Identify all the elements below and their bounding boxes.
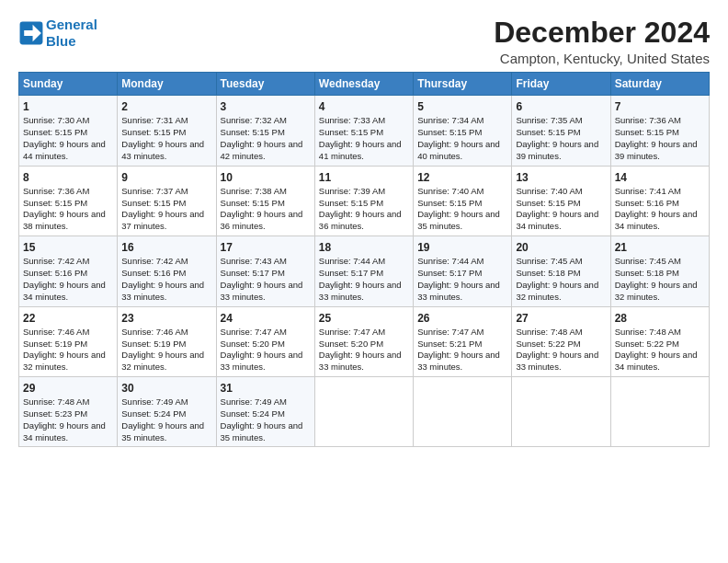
day-cell-16: 16Sunrise: 7:42 AMSunset: 5:16 PMDayligh… (118, 236, 216, 306)
day-cell-18: 18Sunrise: 7:44 AMSunset: 5:17 PMDayligh… (314, 236, 413, 306)
day-info-line: Sunset: 5:18 PM (615, 268, 705, 280)
week-row-5: 29Sunrise: 7:48 AMSunset: 5:23 PMDayligh… (19, 376, 710, 446)
day-info-line: Sunset: 5:15 PM (417, 127, 507, 139)
day-info-line: Sunset: 5:15 PM (221, 198, 311, 210)
day-cell-26: 26Sunrise: 7:47 AMSunset: 5:21 PMDayligh… (414, 306, 512, 376)
day-cell-21: 21Sunrise: 7:45 AMSunset: 5:18 PMDayligh… (610, 236, 709, 306)
day-info-line: Sunrise: 7:36 AM (615, 115, 705, 127)
day-info-line: Sunrise: 7:34 AM (417, 115, 507, 127)
day-info-line: Daylight: 9 hours and 33 minutes. (319, 350, 409, 373)
day-info-line: Daylight: 9 hours and 33 minutes. (221, 350, 311, 373)
day-number: 19 (417, 240, 507, 255)
day-info-line: Sunset: 5:15 PM (615, 127, 705, 139)
day-info-line: Sunrise: 7:46 AM (121, 327, 211, 339)
day-cell-31: 31Sunrise: 7:49 AMSunset: 5:24 PMDayligh… (216, 376, 314, 446)
day-number: 23 (121, 311, 211, 326)
day-info-line: Sunrise: 7:41 AM (615, 186, 705, 198)
day-info-line: Sunrise: 7:49 AM (121, 396, 211, 408)
day-info-line: Daylight: 9 hours and 32 minutes. (615, 280, 705, 304)
day-info-line: Daylight: 9 hours and 42 minutes. (221, 139, 311, 163)
day-info-line: Daylight: 9 hours and 34 minutes. (516, 209, 606, 233)
day-number: 24 (221, 311, 311, 326)
day-number: 2 (121, 99, 211, 114)
page-title: December 2024 (494, 17, 710, 49)
day-number: 13 (516, 170, 606, 185)
day-cell-17: 17Sunrise: 7:43 AMSunset: 5:17 PMDayligh… (216, 236, 314, 306)
day-info-line: Sunrise: 7:43 AM (221, 256, 311, 268)
day-info-line: Daylight: 9 hours and 36 minutes. (319, 209, 409, 233)
day-info-line: Sunrise: 7:47 AM (319, 327, 409, 339)
day-number: 6 (516, 99, 606, 114)
day-number: 26 (417, 311, 507, 326)
day-info-line: Daylight: 9 hours and 35 minutes. (417, 209, 507, 233)
day-info-line: Sunrise: 7:46 AM (23, 327, 113, 339)
day-info-line: Sunset: 5:17 PM (221, 268, 311, 280)
day-info-line: Daylight: 9 hours and 40 minutes. (417, 139, 507, 163)
day-info-line: Sunset: 5:15 PM (221, 127, 311, 139)
day-info-line: Sunrise: 7:37 AM (121, 186, 211, 198)
day-info-line: Sunrise: 7:44 AM (417, 256, 507, 268)
col-header-wednesday: Wednesday (314, 73, 413, 96)
day-number: 18 (319, 240, 409, 255)
day-info-line: Sunrise: 7:35 AM (516, 115, 606, 127)
day-info-line: Sunrise: 7:47 AM (221, 327, 311, 339)
day-cell-9: 9Sunrise: 7:37 AMSunset: 5:15 PMDaylight… (118, 166, 216, 236)
day-info-line: Sunset: 5:15 PM (23, 198, 113, 210)
day-info-line: Sunrise: 7:39 AM (319, 186, 409, 198)
day-info-line: Sunrise: 7:49 AM (221, 396, 311, 408)
header: General Blue December 2024 Campton, Kent… (18, 17, 710, 66)
day-info-line: Sunrise: 7:33 AM (319, 115, 409, 127)
day-info-line: Sunset: 5:15 PM (121, 198, 211, 210)
day-info-line: Daylight: 9 hours and 33 minutes. (516, 350, 606, 373)
week-row-4: 22Sunrise: 7:46 AMSunset: 5:19 PMDayligh… (19, 306, 710, 376)
day-info-line: Daylight: 9 hours and 34 minutes. (615, 209, 705, 233)
day-info-line: Daylight: 9 hours and 33 minutes. (319, 280, 409, 304)
day-info-line: Sunrise: 7:48 AM (23, 396, 113, 408)
day-number: 7 (615, 99, 705, 114)
day-number: 14 (615, 170, 705, 185)
day-cell-3: 3Sunrise: 7:32 AMSunset: 5:15 PMDaylight… (216, 96, 314, 166)
day-cell-25: 25Sunrise: 7:47 AMSunset: 5:20 PMDayligh… (314, 306, 413, 376)
day-info-line: Sunrise: 7:38 AM (221, 186, 311, 198)
day-info-line: Sunset: 5:15 PM (417, 198, 507, 210)
day-cell-30: 30Sunrise: 7:49 AMSunset: 5:24 PMDayligh… (118, 376, 216, 446)
day-info-line: Daylight: 9 hours and 33 minutes. (417, 350, 507, 373)
day-cell-13: 13Sunrise: 7:40 AMSunset: 5:15 PMDayligh… (512, 166, 610, 236)
day-info-line: Sunset: 5:24 PM (121, 408, 211, 420)
day-cell-27: 27Sunrise: 7:48 AMSunset: 5:22 PMDayligh… (512, 306, 610, 376)
day-number: 8 (23, 170, 113, 185)
day-info-line: Sunrise: 7:40 AM (417, 186, 507, 198)
day-number: 15 (23, 240, 113, 255)
day-number: 1 (23, 99, 113, 114)
title-block: December 2024 Campton, Kentucky, United … (494, 17, 710, 66)
logo-text: General Blue (46, 17, 97, 50)
day-info-line: Sunrise: 7:42 AM (121, 256, 211, 268)
page: General Blue December 2024 Campton, Kent… (0, 0, 728, 563)
day-info-line: Sunrise: 7:48 AM (516, 327, 606, 339)
day-number: 5 (417, 99, 507, 114)
day-cell-7: 7Sunrise: 7:36 AMSunset: 5:15 PMDaylight… (610, 96, 709, 166)
day-cell-19: 19Sunrise: 7:44 AMSunset: 5:17 PMDayligh… (414, 236, 512, 306)
day-info-line: Sunset: 5:22 PM (615, 339, 705, 350)
day-info-line: Sunset: 5:19 PM (23, 339, 113, 350)
col-header-monday: Monday (118, 73, 216, 96)
day-cell-2: 2Sunrise: 7:31 AMSunset: 5:15 PMDaylight… (118, 96, 216, 166)
day-info-line: Sunset: 5:21 PM (417, 339, 507, 350)
week-row-3: 15Sunrise: 7:42 AMSunset: 5:16 PMDayligh… (19, 236, 710, 306)
day-info-line: Daylight: 9 hours and 41 minutes. (319, 139, 409, 163)
day-cell-14: 14Sunrise: 7:41 AMSunset: 5:16 PMDayligh… (610, 166, 709, 236)
day-info-line: Sunset: 5:16 PM (121, 268, 211, 280)
day-number: 20 (516, 240, 606, 255)
day-info-line: Sunrise: 7:42 AM (23, 256, 113, 268)
day-number: 4 (319, 99, 409, 114)
day-info-line: Sunrise: 7:45 AM (516, 256, 606, 268)
day-info-line: Sunset: 5:19 PM (121, 339, 211, 350)
day-info-line: Sunset: 5:15 PM (319, 198, 409, 210)
day-info-line: Daylight: 9 hours and 32 minutes. (121, 350, 211, 373)
day-info-line: Sunset: 5:16 PM (23, 268, 113, 280)
day-info-line: Sunrise: 7:45 AM (615, 256, 705, 268)
day-info-line: Daylight: 9 hours and 39 minutes. (516, 139, 606, 163)
day-number: 11 (319, 170, 409, 185)
day-info-line: Sunset: 5:20 PM (221, 339, 311, 350)
day-info-line: Daylight: 9 hours and 34 minutes. (23, 280, 113, 304)
